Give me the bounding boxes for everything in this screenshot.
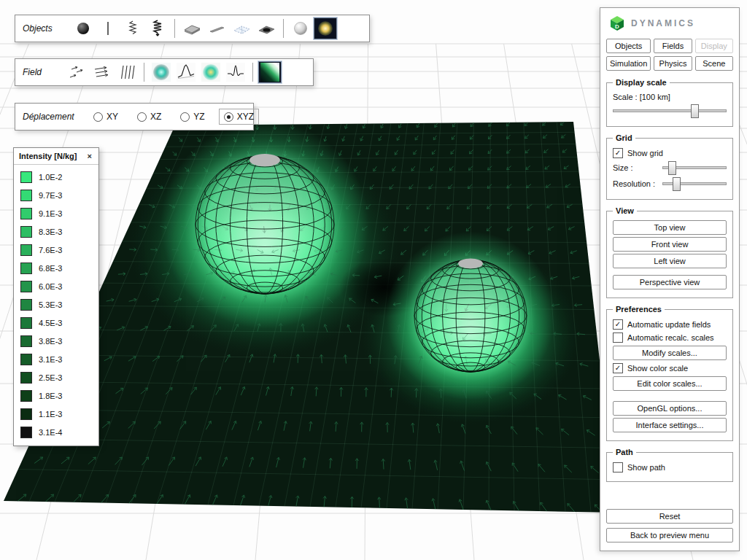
legend-value: 2.5E-3 xyxy=(39,373,62,382)
scatter-arrows-icon[interactable] xyxy=(66,61,89,83)
tab-simulation[interactable]: Simulation xyxy=(606,56,651,71)
panel-tabs: ObjectsFieldsDisplaySimulationPhysicsSce… xyxy=(606,39,733,71)
legend-value: 7.6E-3 xyxy=(39,246,62,254)
axis-radio-xz[interactable]: XZ xyxy=(132,109,166,125)
left-view-button[interactable]: Left view xyxy=(613,254,727,268)
plate-icon[interactable] xyxy=(180,18,204,39)
toolbar-separator xyxy=(144,63,144,82)
show-path-label: Show path xyxy=(627,463,665,472)
app-title: DYNAMICS xyxy=(631,18,695,28)
scale-slider-thumb[interactable] xyxy=(691,104,699,118)
axis-radio-xyz[interactable]: XYZ xyxy=(219,109,259,125)
legend-color-swatch xyxy=(20,262,32,274)
grid-size-label: Size : xyxy=(613,163,658,172)
legend-value: 1.1E-3 xyxy=(39,410,62,419)
legend-value: 4.5E-3 xyxy=(39,319,62,327)
legend-color-swatch xyxy=(20,372,32,384)
legend-value: 9.1E-3 xyxy=(39,209,62,218)
black-sphere-icon[interactable] xyxy=(71,18,95,39)
color-map-icon[interactable] xyxy=(199,61,222,83)
legend-entry: 9.7E-3 xyxy=(14,186,98,204)
legend-entry: 7.6E-3 xyxy=(14,241,98,259)
surface-glow-icon[interactable] xyxy=(150,61,173,83)
tab-physics[interactable]: Physics xyxy=(654,56,692,71)
top-view-button[interactable]: Top view xyxy=(613,220,727,235)
back-to-preview-menu-button[interactable]: Back to preview menu xyxy=(606,528,733,542)
display-scale-group: Display scale Scale : [100 km] xyxy=(606,78,733,127)
legend-value: 1.8E-3 xyxy=(39,392,62,400)
legend-entry: 9.1E-3 xyxy=(14,204,98,222)
spring-icon[interactable] xyxy=(121,18,144,39)
modify-scales-button[interactable]: Modify scales... xyxy=(613,346,727,360)
legend-entry: 2.5E-3 xyxy=(14,368,98,386)
rod-icon[interactable] xyxy=(205,18,228,39)
axis-radio-xy[interactable]: XY xyxy=(88,109,123,125)
textured-plane-icon[interactable] xyxy=(255,18,278,39)
tab-scene[interactable]: Scene xyxy=(695,56,733,71)
close-icon[interactable]: × xyxy=(86,152,93,160)
show-color-scale-checkbox[interactable]: ✓ xyxy=(613,363,623,373)
perspective-view-button[interactable]: Perspective view xyxy=(613,275,727,289)
toolbar-separator xyxy=(174,19,175,38)
legend-title: Intensity [N/kg] xyxy=(19,152,77,160)
legend-color-swatch xyxy=(20,408,32,420)
uniform-arrows-icon[interactable] xyxy=(90,61,114,83)
legend-color-swatch xyxy=(20,354,32,365)
gradient-volume-icon[interactable] xyxy=(258,61,282,83)
view-group-title: View xyxy=(613,206,637,215)
tab-fields[interactable]: Fields xyxy=(654,39,692,53)
axis-radio-label: YZ xyxy=(193,112,204,122)
opengl-options-button[interactable]: OpenGL options... xyxy=(613,401,727,416)
view-group: View Top viewFront viewLeft viewPerspect… xyxy=(606,206,733,298)
show-grid-label: Show grid xyxy=(627,149,663,158)
show-grid-checkbox[interactable]: ✓ xyxy=(613,148,623,158)
legend-entry: 1.1E-3 xyxy=(14,405,98,423)
scale-slider[interactable] xyxy=(613,104,727,117)
legend-entry: 5.3E-3 xyxy=(14,295,98,314)
grid-resolution-slider[interactable] xyxy=(662,177,727,190)
legend-value: 6.8E-3 xyxy=(39,264,62,273)
mesh-peak-icon[interactable] xyxy=(174,61,198,83)
shaded-sphere-icon[interactable] xyxy=(289,18,312,39)
legend-entry: 6.8E-3 xyxy=(14,259,98,277)
legend-color-swatch xyxy=(20,390,32,402)
toolbar-separator xyxy=(283,19,284,38)
objects-toolbar-label: Objects xyxy=(23,23,71,34)
application-window: Objects Field Déplacement XYXZYZXYZ Inte… xyxy=(0,0,747,560)
auto-recalc-scales-checkbox[interactable] xyxy=(613,332,623,343)
radio-circle-icon xyxy=(93,112,103,122)
axis-radio-yz[interactable]: YZ xyxy=(175,109,209,125)
grid-size-slider-thumb[interactable] xyxy=(668,161,676,175)
axis-radio-label: XY xyxy=(107,112,118,122)
vertical-line-icon[interactable] xyxy=(96,18,120,39)
intensity-legend-panel: Intensity [N/kg] × 1.0E-29.7E-39.1E-38.3… xyxy=(13,147,99,446)
scale-slider-track[interactable] xyxy=(613,109,727,112)
legend-value: 3.8E-3 xyxy=(39,337,62,346)
tab-objects[interactable]: Objects xyxy=(606,39,651,53)
grid-resolution-slider-thumb[interactable] xyxy=(673,177,681,191)
legend-value: 3.1E-3 xyxy=(39,355,62,364)
interface-settings-button[interactable]: Interface settings... xyxy=(613,418,727,432)
legend-value: 1.0E-2 xyxy=(39,173,62,182)
legend-color-swatch xyxy=(20,317,32,329)
front-view-button[interactable]: Front view xyxy=(613,237,727,252)
scale-value-label: Scale : [100 km] xyxy=(613,93,670,101)
waveform-icon[interactable] xyxy=(224,61,247,83)
glowing-sphere-icon[interactable] xyxy=(314,18,337,39)
grid-resolution-label: Resolution : xyxy=(613,179,658,188)
edit-color-scales-button[interactable]: Edit color scales... xyxy=(613,376,727,391)
reset-button[interactable]: Reset xyxy=(606,509,733,524)
show-path-checkbox[interactable] xyxy=(613,462,623,472)
spring-arrow-icon[interactable] xyxy=(146,18,169,39)
field-lines-icon[interactable] xyxy=(115,61,139,83)
legend-entry: 3.8E-3 xyxy=(14,332,98,350)
view-buttons: Top viewFront viewLeft viewPerspective v… xyxy=(613,220,727,289)
grid-resolution-slider-track[interactable] xyxy=(662,182,727,185)
legend-entry: 1.8E-3 xyxy=(14,386,98,405)
wire-plane-icon[interactable] xyxy=(230,18,253,39)
auto-update-fields-checkbox[interactable]: ✓ xyxy=(613,319,623,330)
grid-size-slider[interactable] xyxy=(662,161,727,174)
legend-entry: 8.3E-3 xyxy=(14,222,98,241)
radio-circle-icon xyxy=(224,112,233,122)
legend-color-swatch xyxy=(20,427,32,438)
